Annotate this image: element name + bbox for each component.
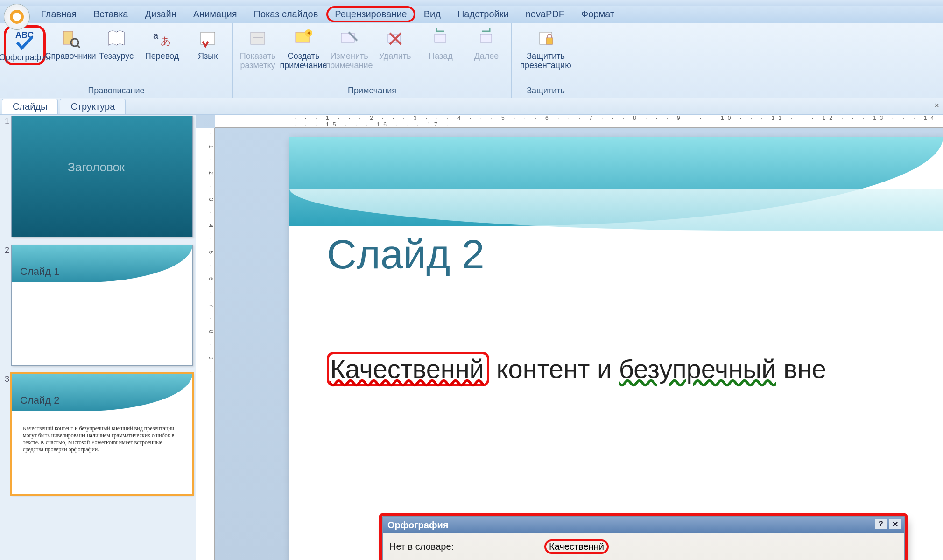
svg-rect-19 <box>435 34 446 42</box>
ribbon-group-protect: Защитить презентацию Защитить <box>512 23 580 98</box>
thumbnail-2[interactable]: Слайд 1 <box>11 245 193 366</box>
slide-wave-decoration <box>289 137 943 226</box>
not-in-dict-value: Качественнй <box>544 539 709 554</box>
group-protect-label: Защитить <box>512 85 580 98</box>
thumbnail-1[interactable]: Заголовок <box>11 116 193 237</box>
delete-comment-button[interactable]: Удалить <box>374 25 416 61</box>
dialog-help-icon[interactable]: ? <box>875 519 887 529</box>
translate-icon: aあ <box>151 27 173 49</box>
svg-rect-9 <box>251 32 265 44</box>
titlebar <box>0 0 943 6</box>
thumb-number: 3 <box>1 373 11 384</box>
new-comment-icon: ✦ <box>292 27 315 49</box>
body-text-1: контент <box>489 354 590 384</box>
slide-title[interactable]: Слайд 2 <box>327 231 485 278</box>
new-comment-button[interactable]: ✦ Создать примечание <box>282 25 324 70</box>
language-icon <box>197 27 219 49</box>
thumb-number: 1 <box>1 116 11 126</box>
body-text-2: и <box>590 354 619 384</box>
thesaurus-label: Тезаурус <box>99 51 134 61</box>
tab-review[interactable]: Рецензирование <box>326 6 415 22</box>
ribbon-group-proofing: ABC Орфография Справочники Тезаурус aあ П… <box>0 23 233 98</box>
thumbnail-row[interactable]: 1 Заголовок <box>1 116 193 237</box>
svg-text:あ: あ <box>161 35 171 47</box>
tab-format[interactable]: Формат <box>573 6 623 22</box>
lock-icon <box>535 27 557 49</box>
prev-label: Назад <box>429 51 453 61</box>
navtab-slides[interactable]: Слайды <box>2 99 58 114</box>
abc-check-icon: ABC <box>14 28 36 51</box>
delete-label: Удалить <box>379 51 411 61</box>
edit-comment-button[interactable]: Изменить примечание <box>328 25 370 70</box>
office-button[interactable] <box>4 4 30 30</box>
show-markup-label: Показать разметку <box>240 51 276 70</box>
nav-tabs: Слайды Структура × <box>0 98 943 115</box>
tab-design[interactable]: Дизайн <box>136 6 184 22</box>
dialog-body: Нет в словаре: Качественнй Заменить на: … <box>383 533 904 560</box>
tab-novapdf[interactable]: novaPDF <box>517 6 573 22</box>
protect-button[interactable]: Защитить презентацию <box>515 25 576 70</box>
translate-label: Перевод <box>145 51 179 61</box>
svg-text:a: a <box>153 30 159 41</box>
protect-label: Защитить презентацию <box>520 51 571 70</box>
thesaurus-button[interactable]: Тезаурус <box>95 25 137 61</box>
svg-rect-22 <box>546 38 553 44</box>
group-comments-label: Примечания <box>233 85 511 98</box>
spelling-dialog[interactable]: Орфография ? ✕ Нет в словаре: Качественн… <box>382 516 905 560</box>
tab-slideshow[interactable]: Показ слайдов <box>246 6 327 22</box>
horizontal-ruler[interactable]: · · · 1 · · · 2 · · · 3 · · · 4 · · · 5 … <box>215 115 943 128</box>
prev-button[interactable]: Назад <box>420 25 462 61</box>
svg-point-1 <box>13 13 21 21</box>
thumbnail-row[interactable]: 3 Слайд 2 Качественнй контент и безупреч… <box>1 373 193 495</box>
spelling-button[interactable]: ABC Орфография <box>4 25 46 65</box>
not-in-dict-label: Нет в словаре: <box>389 541 539 552</box>
thumb3-title: Слайд 2 <box>20 394 59 406</box>
next-label: Далее <box>474 51 499 61</box>
svg-rect-20 <box>480 34 492 42</box>
ribbon: ABC Орфография Справочники Тезаурус aあ П… <box>0 23 943 98</box>
research-icon <box>59 27 82 49</box>
tab-view[interactable]: Вид <box>415 6 449 22</box>
ribbon-group-comments: Показать разметку ✦ Создать примечание И… <box>233 23 512 98</box>
navtab-outline[interactable]: Структура <box>60 99 126 114</box>
body-text-3: безупречный <box>619 354 776 384</box>
arrow-right-icon <box>475 27 498 49</box>
navtabs-close-icon[interactable]: × <box>934 101 939 111</box>
arrow-left-icon <box>429 27 452 49</box>
show-markup-button[interactable]: Показать разметку <box>237 25 279 70</box>
thumbnail-3[interactable]: Слайд 2 Качественнй контент и безупречны… <box>11 373 193 495</box>
svg-line-5 <box>77 45 80 48</box>
delete-icon <box>384 27 406 49</box>
misspelled-word[interactable]: Качественнй <box>327 352 489 386</box>
markup-icon <box>246 27 269 49</box>
new-comment-label: Создать примечание <box>280 51 327 70</box>
tab-animation[interactable]: Анимация <box>185 6 246 22</box>
spelling-label: Орфография <box>0 53 50 62</box>
edit-comment-label: Изменить примечание <box>326 51 373 70</box>
dialog-title: Орфография <box>387 520 448 531</box>
edit-comment-icon <box>338 27 360 49</box>
thumb2-title: Слайд 1 <box>20 266 59 278</box>
thumb-number: 2 <box>1 245 11 255</box>
slide-canvas[interactable]: Слайд 2 Качественнй контент и безупречны… <box>289 137 943 560</box>
thumb3-body: Качественнй контент и безупречный внешни… <box>23 425 181 453</box>
dialog-close-icon[interactable]: ✕ <box>889 519 901 529</box>
thumb1-title: Заголовок <box>68 160 125 175</box>
tab-home[interactable]: Главная <box>33 6 85 22</box>
group-proofing-label: Правописание <box>0 85 232 98</box>
vertical-ruler[interactable]: · 1 · 2 · 3 · 4 · 5 · 6 · 7 · 8 · 9 · <box>196 128 215 560</box>
language-button[interactable]: Язык <box>187 25 229 61</box>
research-button[interactable]: Справочники <box>49 25 91 61</box>
translate-button[interactable]: aあ Перевод <box>141 25 183 61</box>
next-button[interactable]: Далее <box>465 25 507 61</box>
book-icon <box>105 27 127 49</box>
tab-insert[interactable]: Вставка <box>85 6 136 22</box>
dialog-title-bar[interactable]: Орфография ? ✕ <box>383 517 904 533</box>
office-icon <box>8 8 25 25</box>
tab-addins[interactable]: Надстройки <box>449 6 517 22</box>
slide-editor[interactable]: · · · 1 · · · 2 · · · 3 · · · 4 · · · 5 … <box>196 115 943 560</box>
thumbnail-panel[interactable]: 1 Заголовок 2 Слайд 1 3 Слайд 2 Качестве… <box>0 115 196 560</box>
thumbnail-row[interactable]: 2 Слайд 1 <box>1 245 193 366</box>
slide-body-text[interactable]: Качественнй контент и безупречный вне <box>327 352 924 386</box>
not-in-dict-value-text: Качественнй <box>544 539 609 554</box>
